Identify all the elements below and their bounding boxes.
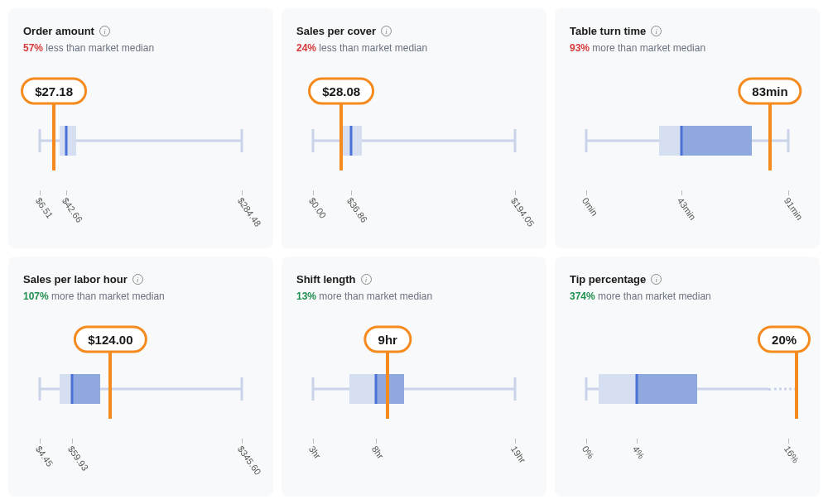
axis-label: 8hr — [370, 444, 386, 460]
metric-card-table-turn-time: Table turn timei93% more than market med… — [555, 8, 820, 248]
metric-title: Sales per labor hour — [23, 273, 128, 286]
metric-title: Tip percentage — [570, 273, 646, 286]
axis: 3hr8hr19hr — [313, 439, 515, 472]
your-value-pill: 20% — [758, 326, 811, 353]
comparison-text: 374% more than market median — [570, 290, 805, 302]
your-value-pill: 83min — [738, 78, 802, 105]
metric-title: Table turn time — [570, 25, 646, 37]
comparison-text: 107% more than market median — [23, 290, 258, 302]
boxplot-chart: $124.00$4.45$59.93$345.60 — [23, 314, 258, 422]
metric-card-order-amount: Order amounti57% less than market median… — [8, 8, 273, 248]
axis: $6.51$42.66$284.48 — [40, 190, 242, 223]
axis-label: 0min — [580, 195, 600, 217]
comparison-text: 13% more than market median — [296, 290, 532, 302]
info-icon[interactable]: i — [132, 274, 143, 285]
boxplot-chart: $27.18$6.51$42.66$284.48 — [23, 66, 258, 174]
axis-label: $42.66 — [60, 195, 84, 223]
info-icon[interactable]: i — [361, 274, 372, 285]
axis-label: $284.48 — [236, 195, 263, 228]
axis-label: 3hr — [307, 444, 323, 460]
info-icon[interactable]: i — [99, 26, 110, 36]
metric-card-sales-per-cover: Sales per coveri24% less than market med… — [282, 8, 546, 248]
info-icon[interactable]: i — [381, 26, 392, 36]
metric-title: Shift length — [296, 273, 356, 286]
axis: $0.00$36.86$194.05 — [313, 190, 515, 223]
boxplot-chart: $28.08$0.00$36.86$194.05 — [296, 66, 532, 174]
your-value-pill: 9hr — [364, 326, 412, 353]
axis: 0%4%16% — [586, 439, 788, 472]
metric-title: Sales per cover — [296, 25, 376, 37]
axis-label: 91min — [782, 195, 805, 221]
axis-label: $59.93 — [66, 444, 90, 472]
metric-card-tip-percentage: Tip percentagei374% more than market med… — [555, 257, 820, 497]
metrics-grid: Order amounti57% less than market median… — [8, 8, 820, 497]
axis-label: 0% — [580, 444, 596, 460]
info-icon[interactable]: i — [651, 274, 662, 285]
axis: $4.45$59.93$345.60 — [40, 439, 242, 472]
boxplot-chart: 83min0min43min91min — [570, 66, 805, 174]
axis-label: 43min — [676, 195, 698, 221]
comparison-text: 24% less than market median — [296, 42, 532, 54]
axis-label: $0.00 — [307, 195, 329, 219]
metric-card-sales-per-labor-hour: Sales per labor houri107% more than mark… — [8, 257, 273, 497]
boxplot-chart: 9hr3hr8hr19hr — [296, 314, 532, 422]
axis-label: $345.60 — [236, 444, 263, 476]
axis-label: 16% — [782, 444, 801, 464]
metric-card-shift-length: Shift lengthi13% more than market median… — [282, 257, 546, 497]
axis-label: $6.51 — [34, 195, 55, 219]
your-value-pill: $27.18 — [21, 78, 87, 105]
axis-label: $4.45 — [34, 444, 55, 468]
axis-label: 19hr — [509, 444, 527, 464]
metric-title: Order amount — [23, 25, 94, 37]
axis-label: $194.05 — [509, 195, 537, 228]
axis-label: $36.86 — [345, 195, 369, 223]
info-icon[interactable]: i — [651, 26, 662, 36]
axis: 0min43min91min — [586, 190, 788, 223]
your-value-pill: $28.08 — [308, 78, 374, 105]
your-value-pill: $124.00 — [74, 326, 147, 353]
axis-label: 4% — [631, 444, 647, 460]
comparison-text: 93% more than market median — [570, 42, 805, 54]
boxplot-chart: 20%0%4%16% — [570, 314, 805, 422]
comparison-text: 57% less than market median — [23, 42, 258, 54]
